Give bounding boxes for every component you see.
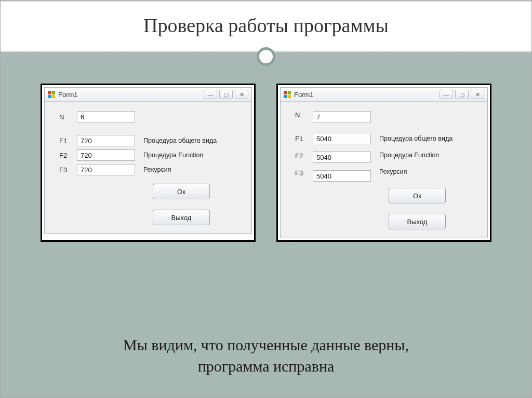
ok-button[interactable]: Ок <box>153 184 210 199</box>
close-button[interactable]: ✕ <box>235 90 248 99</box>
f2-label: F2 <box>295 152 309 160</box>
maximize-button[interactable]: ▢ <box>455 90 469 99</box>
minimize-button[interactable]: — <box>440 90 453 99</box>
ring-decoration <box>257 47 275 66</box>
f2-input[interactable] <box>77 149 135 161</box>
n-label: N <box>59 113 73 121</box>
app-icon <box>284 91 291 98</box>
separator <box>1 56 531 57</box>
app-icon <box>48 91 55 98</box>
f1-desc: Процедура общего вида <box>379 135 453 142</box>
f1-input[interactable] <box>77 135 135 146</box>
slide-title: Проверка работы программы <box>1 14 531 37</box>
close-button[interactable]: ✕ <box>471 90 484 99</box>
f2-desc: Процедура Function <box>143 152 203 159</box>
window-buttons: — ▢ ✕ <box>204 90 248 99</box>
f2-input[interactable] <box>313 152 371 163</box>
slide-caption: Мы видим, что полученные данные верны, п… <box>1 335 531 377</box>
window-frame-left: Form1 — ▢ ✕ N F1 Процедура об <box>41 84 256 242</box>
f1-label: F1 <box>59 137 73 145</box>
f3-label: F3 <box>59 166 73 174</box>
titlebar: Form1 — ▢ ✕ <box>281 88 487 102</box>
f3-desc: Рекурсия <box>143 166 171 173</box>
window-title: Form1 <box>58 91 201 99</box>
n-input[interactable] <box>313 111 371 122</box>
f2-desc: Процедура Function <box>379 152 453 159</box>
titlebar: Form1 — ▢ ✕ <box>45 88 251 102</box>
n-input[interactable] <box>77 111 135 122</box>
title-band: Проверка работы программы <box>1 1 531 52</box>
form2-window: Form1 — ▢ ✕ N F1 F2 <box>280 87 488 238</box>
caption-line-1: Мы видим, что полученные данные верны, <box>1 335 531 356</box>
f1-label: F1 <box>295 135 309 143</box>
f1-input[interactable] <box>313 133 371 144</box>
minimize-button[interactable]: — <box>204 90 217 99</box>
f3-label: F3 <box>295 169 309 177</box>
f3-input[interactable] <box>77 164 135 175</box>
exit-button[interactable]: Выход <box>389 214 446 229</box>
form-body: N F1 F2 F3 <box>281 102 487 238</box>
exit-button[interactable]: Выход <box>153 210 210 225</box>
slide: Проверка работы программы Form1 — ▢ ✕ <box>0 0 532 398</box>
window-frame-right: Form1 — ▢ ✕ N F1 F2 <box>276 84 491 242</box>
n-label: N <box>295 111 309 119</box>
content-area: Form1 — ▢ ✕ N F1 Процедура об <box>1 84 531 242</box>
f3-input[interactable] <box>313 170 371 182</box>
f2-label: F2 <box>59 152 73 159</box>
maximize-button[interactable]: ▢ <box>219 90 233 99</box>
form1-window: Form1 — ▢ ✕ N F1 Процедура об <box>44 87 252 234</box>
window-buttons: — ▢ ✕ <box>440 90 484 99</box>
f3-desc: Рекурсия <box>379 168 453 175</box>
window-title: Form1 <box>294 91 436 99</box>
ok-button[interactable]: Ок <box>389 188 446 203</box>
form-body: N F1 Процедура общего вида F2 Процедура … <box>45 102 251 234</box>
caption-line-2: программа исправна <box>1 356 531 377</box>
f1-desc: Процедура общего вида <box>143 137 217 144</box>
